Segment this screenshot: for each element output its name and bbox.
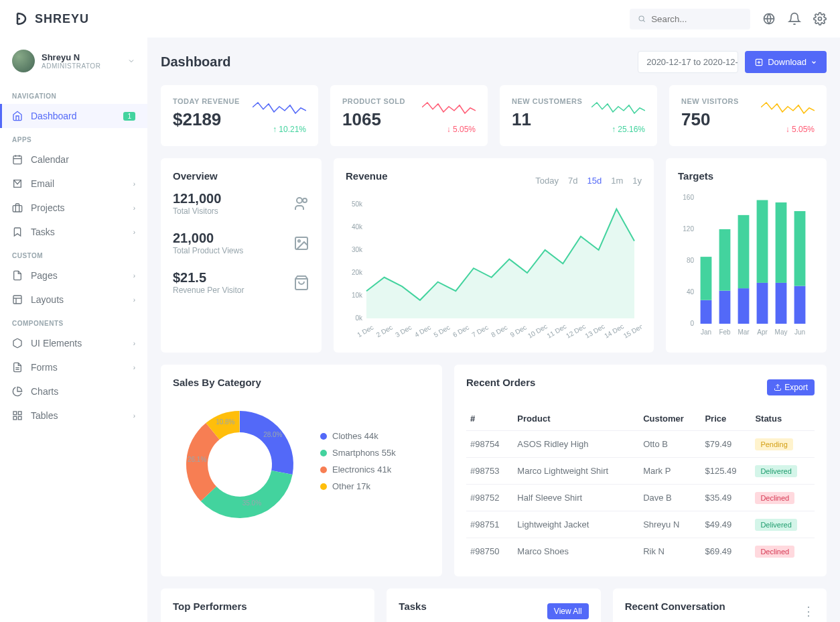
order-price: $69.49 (701, 538, 751, 565)
table-header: Product (513, 407, 639, 431)
box-icon (12, 338, 23, 349)
order-price: $35.49 (701, 485, 751, 511)
date-range-picker[interactable]: 2020-12-17 to 2020-12- (638, 51, 738, 73)
overview-card: Overview 121,000 Total Visitors 21,000 T… (161, 158, 322, 353)
sidebar-item-pages[interactable]: Pages › (0, 263, 147, 288)
stat-card-0: TODAY REVENUE $2189 ↑ 10.21% (161, 85, 318, 146)
sidebar-item-label: Projects (31, 202, 65, 213)
svg-text:7 Dec: 7 Dec (471, 324, 490, 338)
sidebar-item-tables[interactable]: Tables › (0, 403, 147, 428)
order-product: Lightweight Jacket (513, 511, 639, 538)
order-product: Marco Shoes (513, 538, 639, 565)
brand-logo[interactable]: SHREYU (13, 11, 89, 27)
search-box[interactable] (630, 9, 750, 29)
order-product: Marco Lightweight Shirt (513, 458, 639, 485)
table-row[interactable]: #98750 Marco Shoes Rik N $69.49 Declined (466, 538, 815, 565)
settings-icon[interactable] (813, 12, 827, 25)
home-icon (12, 111, 23, 121)
main-content: Dashboard 2020-12-17 to 2020-12- Downloa… (147, 38, 840, 622)
chevron-right-icon: › (133, 296, 135, 304)
svg-text:26.1%: 26.1% (188, 456, 206, 463)
table-row[interactable]: #98752 Half Sleeve Shirt Dave B $35.49 D… (466, 485, 815, 511)
svg-text:10.8%: 10.8% (216, 418, 234, 426)
download-icon (754, 58, 764, 67)
chevron-down-icon[interactable] (127, 57, 135, 65)
globe-icon[interactable] (762, 12, 776, 25)
svg-rect-63 (757, 283, 768, 324)
table-row[interactable]: #98754 ASOS Ridley High Otto B $79.49 Pe… (466, 431, 815, 458)
sidebar-item-projects[interactable]: Projects › (0, 196, 147, 220)
svg-text:May: May (775, 328, 788, 336)
more-icon[interactable]: ⋮ (802, 604, 815, 619)
overview-value: $21.5 (173, 270, 244, 286)
chevron-right-icon: › (133, 412, 135, 420)
status-badge: Delivered (755, 465, 796, 477)
nav-section-label: CUSTOM (0, 244, 147, 263)
bell-icon[interactable] (788, 12, 801, 25)
revenue-tab-1y[interactable]: 1y (632, 176, 642, 186)
svg-text:13 Dec: 13 Dec (584, 322, 606, 338)
svg-text:160: 160 (683, 194, 694, 201)
file-icon (12, 270, 23, 281)
order-id: #98751 (466, 511, 513, 538)
svg-rect-5 (13, 156, 21, 164)
sidebar-item-calendar[interactable]: Calendar (0, 147, 147, 172)
legend-item: Smartphons 55k (320, 448, 396, 458)
bag-icon (293, 275, 309, 291)
order-id: #98750 (466, 538, 513, 565)
stat-value: 750 (681, 109, 739, 130)
sidebar-item-dashboard[interactable]: Dashboard 1 (0, 104, 147, 128)
table-row[interactable]: #98751 Lightweight Jacket Shreyu N $49.4… (466, 511, 815, 538)
svg-rect-9 (13, 206, 21, 212)
table-row[interactable]: #98753 Marco Lightweight Shirt Mark P $1… (466, 458, 815, 485)
sidebar-item-forms[interactable]: Forms › (0, 355, 147, 379)
overview-label: Revenue Per Visitor (173, 286, 244, 295)
stat-change: ↑ 25.16% (591, 125, 645, 134)
sales-donut-chart: 28.0%35.0%26.1%10.8% (173, 397, 307, 532)
svg-rect-18 (13, 416, 17, 420)
sidebar-item-label: Calendar (31, 154, 69, 165)
mail-icon (12, 178, 23, 189)
sidebar-item-tasks[interactable]: Tasks › (0, 220, 147, 244)
download-label: Download (768, 57, 807, 67)
pie-icon (12, 386, 23, 397)
revenue-tab-7d[interactable]: 7d (568, 176, 577, 186)
sidebar-item-ui-elements[interactable]: UI Elements › (0, 331, 147, 355)
svg-text:15 Dec: 15 Dec (622, 322, 642, 338)
chevron-right-icon: › (133, 229, 135, 236)
revenue-tab-Today[interactable]: Today (535, 176, 559, 186)
svg-text:Feb: Feb (719, 328, 731, 336)
download-button[interactable]: Download (745, 51, 827, 73)
export-button[interactable]: Export (767, 379, 815, 395)
search-input[interactable] (651, 14, 742, 24)
sidebar-item-email[interactable]: Email › (0, 172, 147, 196)
svg-rect-66 (776, 283, 787, 324)
sidebar-item-layouts[interactable]: Layouts › (0, 288, 147, 312)
svg-rect-54 (701, 300, 712, 324)
order-customer: Shreyu N (639, 511, 701, 538)
svg-text:14 Dec: 14 Dec (603, 322, 625, 338)
overview-value: 121,000 (173, 191, 221, 206)
svg-text:3 Dec: 3 Dec (394, 324, 413, 338)
svg-text:50k: 50k (352, 200, 363, 208)
svg-text:30k: 30k (352, 246, 363, 253)
revenue-tab-1m[interactable]: 1m (611, 176, 623, 186)
svg-text:12 Dec: 12 Dec (565, 322, 587, 338)
stat-label: NEW CUSTOMERS (512, 97, 582, 105)
user-block[interactable]: Shreyu N ADMINISTRATOR (0, 50, 147, 84)
legend-item: Clothes 44k (320, 431, 396, 441)
svg-text:10k: 10k (352, 292, 363, 299)
legend-dot (320, 466, 327, 473)
bookmark-icon (12, 227, 23, 237)
svg-text:80: 80 (687, 257, 695, 264)
sidebar-item-charts[interactable]: Charts (0, 379, 147, 403)
svg-text:5 Dec: 5 Dec (432, 324, 451, 338)
revenue-tab-15d[interactable]: 15d (587, 176, 602, 186)
recent-orders-title: Recent Orders (466, 377, 535, 388)
sparkline (591, 97, 645, 117)
order-customer: Mark P (639, 458, 701, 485)
sales-category-card: Sales By Category 28.0%35.0%26.1%10.8% C… (161, 365, 442, 576)
view-all-button[interactable]: View All (547, 603, 589, 619)
top-performers-card: Top Performers (161, 588, 374, 622)
svg-text:11 Dec: 11 Dec (545, 322, 567, 338)
